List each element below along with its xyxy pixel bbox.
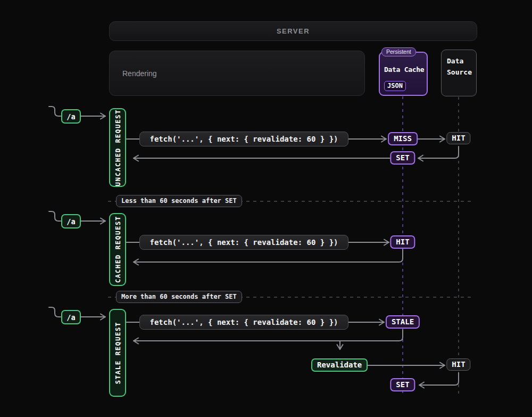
route-label-3: /a <box>66 313 75 322</box>
stale-badge: STALE <box>386 315 420 329</box>
route-badge-2: /a <box>61 214 81 228</box>
fetch-call-text-1: fetch('...', { next: { revalidate: 60 } … <box>149 135 338 143</box>
request-label-stale: STALE REQUEST <box>114 322 122 384</box>
data-cache-box: Persistent Data Cache JSON <box>379 52 428 96</box>
hit-badge-cache-2: HIT <box>390 235 415 249</box>
stale-return-elbow <box>134 330 403 341</box>
request-box-stale: STALE REQUEST <box>109 309 126 397</box>
hit-return-elbow-2 <box>134 249 403 262</box>
route-elbow-2 <box>49 211 61 221</box>
route-label-1: /a <box>66 112 75 121</box>
hit-to-set-elbow-3 <box>419 373 459 385</box>
request-label-cached: CACHED REQUEST <box>114 216 122 283</box>
separator-label-2: More than 60 seconds after SET <box>116 291 242 303</box>
route-badge-3: /a <box>61 310 81 324</box>
data-cache-diagram: SERVER Rendering Persistent Data Cache J… <box>0 0 532 417</box>
route-elbow-3 <box>49 307 61 317</box>
request-box-cached: CACHED REQUEST <box>109 213 126 286</box>
fetch-call-box-1: fetch('...', { next: { revalidate: 60 } … <box>139 132 348 146</box>
request-label-uncached: UNCACHED REQUEST <box>114 109 122 186</box>
server-label: SERVER <box>277 27 310 35</box>
data-cache-title: Data Cache <box>384 66 427 73</box>
route-label-2: /a <box>66 217 75 226</box>
rendering-box: Rendering <box>109 51 365 96</box>
fetch-call-text-2: fetch('...', { next: { revalidate: 60 } … <box>149 238 338 247</box>
fetch-call-text-3: fetch('...', { next: { revalidate: 60 } … <box>149 318 338 326</box>
json-tag: JSON <box>384 81 406 91</box>
route-badge-1: /a <box>61 109 81 124</box>
persistent-badge: Persistent <box>381 47 416 56</box>
hit-to-set-elbow-1 <box>418 146 459 158</box>
route-elbow-1 <box>49 107 61 116</box>
separator-label-1: Less than 60 seconds after SET <box>116 195 242 207</box>
request-box-uncached: UNCACHED REQUEST <box>109 108 126 187</box>
data-source-title: Data Source <box>447 57 472 76</box>
revalidate-badge: Revalidate <box>311 358 368 372</box>
set-badge-3: SET <box>390 378 415 391</box>
rendering-label: Rendering <box>122 69 157 78</box>
miss-badge: MISS <box>388 132 418 145</box>
hit-badge-source-1: HIT <box>446 132 470 144</box>
fetch-call-box-3: fetch('...', { next: { revalidate: 60 } … <box>139 315 348 330</box>
fetch-call-box-2: fetch('...', { next: { revalidate: 60 } … <box>139 235 348 250</box>
set-badge-1: SET <box>390 151 415 165</box>
server-header: SERVER <box>109 21 477 41</box>
data-source-box: Data Source <box>441 50 477 96</box>
hit-badge-source-3: HIT <box>446 358 470 371</box>
